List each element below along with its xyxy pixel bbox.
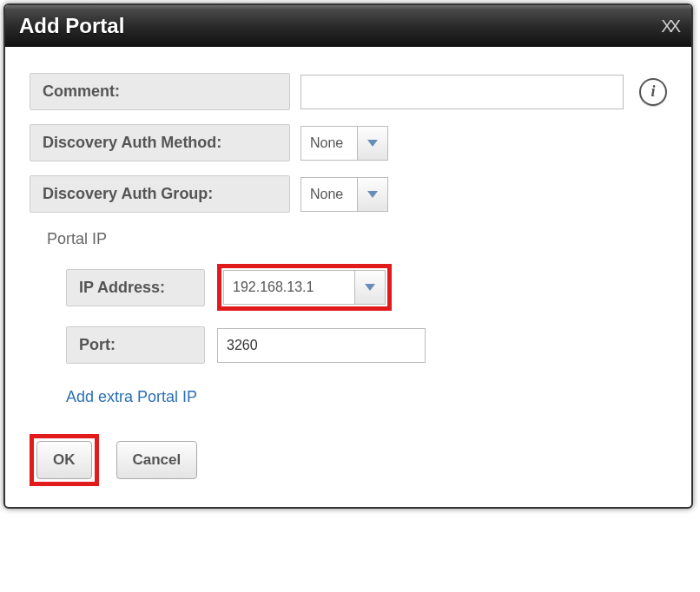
close-icon[interactable]: XX bbox=[661, 16, 677, 36]
row-port: Port: bbox=[66, 326, 667, 364]
ip-address-label: IP Address: bbox=[66, 269, 205, 306]
discovery-auth-method-label: Discovery Auth Method: bbox=[30, 124, 290, 161]
port-input[interactable] bbox=[217, 328, 426, 363]
chevron-down-icon bbox=[357, 178, 387, 211]
row-comment: Comment: i bbox=[30, 73, 667, 110]
ok-button[interactable]: OK bbox=[36, 441, 92, 479]
dialog-title: Add Portal bbox=[19, 14, 124, 38]
add-extra-portal-ip-link[interactable]: Add extra Portal IP bbox=[66, 388, 197, 406]
info-icon[interactable]: i bbox=[639, 78, 667, 106]
svg-marker-0 bbox=[367, 140, 378, 147]
ip-address-value: 192.168.13.1 bbox=[224, 271, 354, 304]
dialog-footer: OK Cancel bbox=[30, 434, 667, 486]
svg-marker-2 bbox=[365, 284, 375, 291]
dialog-body: Comment: i Discovery Auth Method: None D… bbox=[5, 47, 691, 507]
row-ip-address: IP Address: 192.168.13.1 bbox=[66, 264, 667, 311]
row-discovery-auth-group: Discovery Auth Group: None bbox=[30, 175, 667, 213]
comment-input[interactable] bbox=[300, 75, 624, 109]
port-label: Port: bbox=[66, 326, 205, 364]
add-portal-dialog: Add Portal XX Comment: i Discovery Auth … bbox=[3, 3, 693, 509]
row-discovery-auth-method: Discovery Auth Method: None bbox=[30, 124, 667, 161]
chevron-down-icon bbox=[354, 271, 385, 304]
comment-label: Comment: bbox=[30, 73, 290, 110]
discovery-auth-method-value: None bbox=[301, 127, 357, 160]
chevron-down-icon bbox=[357, 127, 387, 160]
discovery-auth-group-value: None bbox=[301, 178, 357, 211]
svg-marker-1 bbox=[367, 191, 378, 198]
discovery-auth-group-label: Discovery Auth Group: bbox=[30, 175, 290, 213]
discovery-auth-method-select[interactable]: None bbox=[300, 126, 388, 161]
discovery-auth-group-select[interactable]: None bbox=[300, 177, 388, 212]
highlight-ip-address: 192.168.13.1 bbox=[217, 264, 392, 311]
portal-ip-section-title: Portal IP bbox=[47, 230, 667, 248]
ip-address-select[interactable]: 192.168.13.1 bbox=[223, 270, 386, 305]
highlight-ok-button: OK bbox=[30, 434, 99, 486]
titlebar: Add Portal XX bbox=[5, 5, 691, 47]
cancel-button[interactable]: Cancel bbox=[116, 441, 198, 479]
